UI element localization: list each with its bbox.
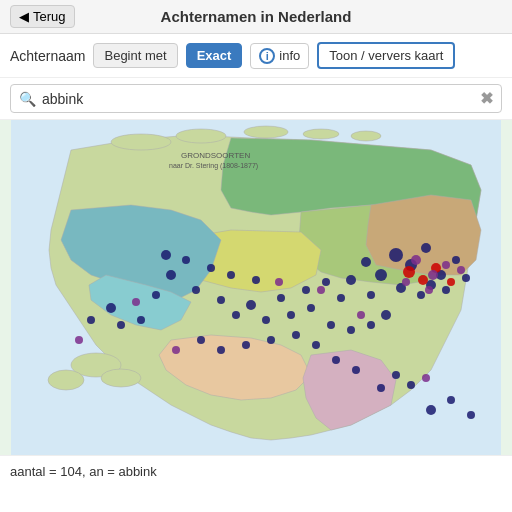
search-icon: 🔍	[19, 91, 36, 107]
svg-point-50	[347, 326, 355, 334]
svg-point-71	[337, 294, 345, 302]
svg-point-51	[367, 321, 375, 329]
svg-point-35	[166, 270, 176, 280]
svg-point-75	[227, 271, 235, 279]
svg-point-15	[361, 257, 371, 267]
svg-point-25	[403, 266, 415, 278]
svg-point-76	[252, 276, 260, 284]
svg-point-20	[462, 274, 470, 282]
svg-point-4	[303, 129, 339, 139]
svg-point-32	[442, 261, 450, 269]
svg-point-79	[407, 381, 415, 389]
svg-point-69	[467, 411, 475, 419]
begint-met-button[interactable]: Begint met	[93, 43, 177, 68]
header: ◀ Terug Achternamen in Nederland	[0, 0, 512, 34]
info-icon: i	[259, 48, 275, 64]
svg-point-81	[377, 384, 385, 392]
svg-point-7	[48, 370, 84, 390]
info-button[interactable]: i info	[250, 43, 309, 69]
page-title: Achternamen in Nederland	[161, 8, 352, 25]
exact-button[interactable]: Exact	[186, 43, 243, 68]
svg-point-18	[346, 275, 356, 285]
svg-point-55	[217, 346, 225, 354]
svg-point-72	[161, 250, 171, 260]
svg-point-1	[111, 134, 171, 150]
svg-point-5	[351, 131, 381, 141]
svg-point-46	[152, 291, 160, 299]
svg-point-41	[322, 278, 330, 286]
svg-point-34	[457, 266, 465, 274]
svg-text:naar Dr. Stering (1808-1877): naar Dr. Stering (1808-1877)	[169, 162, 258, 170]
svg-point-66	[75, 336, 83, 344]
svg-point-43	[262, 316, 270, 324]
status-bar: aantal = 104, an = abbink	[0, 455, 512, 487]
svg-point-64	[117, 321, 125, 329]
clear-icon[interactable]: ✖	[480, 89, 493, 108]
svg-point-74	[207, 264, 215, 272]
svg-point-77	[275, 278, 283, 286]
svg-point-73	[182, 256, 190, 264]
svg-point-33	[425, 286, 433, 294]
svg-point-44	[287, 311, 295, 319]
status-text: aantal = 104, an = abbink	[10, 464, 157, 479]
search-input[interactable]	[42, 91, 474, 107]
svg-point-14	[375, 269, 387, 281]
search-row: 🔍 ✖	[0, 78, 512, 120]
controls-row: Achternaam Begint met Exact i info Toon …	[0, 34, 512, 78]
svg-point-56	[242, 341, 250, 349]
svg-point-62	[352, 366, 360, 374]
svg-point-78	[392, 371, 400, 379]
netherlands-map: GRONDSOORTEN naar Dr. Stering (1808-1877…	[0, 120, 512, 455]
field-label: Achternaam	[10, 48, 85, 64]
svg-point-22	[417, 291, 425, 299]
svg-point-68	[447, 396, 455, 404]
svg-point-47	[132, 298, 140, 306]
svg-point-30	[428, 270, 438, 280]
map-container: GRONDSOORTEN naar Dr. Stering (1808-1877…	[0, 120, 512, 455]
svg-point-23	[442, 286, 450, 294]
svg-point-54	[197, 336, 205, 344]
svg-point-80	[422, 374, 430, 382]
svg-point-38	[246, 300, 256, 310]
back-arrow-icon: ◀	[19, 9, 29, 24]
search-box: 🔍 ✖	[10, 84, 502, 113]
svg-point-17	[452, 256, 460, 264]
svg-point-59	[312, 341, 320, 349]
svg-point-42	[232, 311, 240, 319]
svg-point-2	[176, 129, 226, 143]
svg-text:GRONDSOORTEN: GRONDSOORTEN	[181, 151, 250, 160]
svg-point-57	[267, 336, 275, 344]
svg-point-37	[217, 296, 225, 304]
svg-point-45	[307, 304, 315, 312]
svg-point-8	[101, 369, 141, 387]
svg-point-28	[447, 278, 455, 286]
svg-point-40	[302, 286, 310, 294]
svg-point-49	[327, 321, 335, 329]
svg-point-13	[421, 243, 431, 253]
back-button[interactable]: ◀ Terug	[10, 5, 75, 28]
svg-point-53	[357, 311, 365, 319]
svg-point-61	[332, 356, 340, 364]
svg-point-63	[87, 316, 95, 324]
toon-ververs-button[interactable]: Toon / ververs kaart	[317, 42, 455, 69]
svg-point-24	[367, 291, 375, 299]
svg-point-48	[106, 303, 116, 313]
svg-point-11	[389, 248, 403, 262]
svg-point-67	[426, 405, 436, 415]
svg-point-58	[292, 331, 300, 339]
svg-point-36	[192, 286, 200, 294]
svg-point-52	[381, 310, 391, 320]
svg-point-27	[418, 275, 428, 285]
svg-point-29	[411, 255, 421, 265]
svg-point-3	[244, 126, 288, 138]
svg-point-65	[137, 316, 145, 324]
svg-point-70	[317, 286, 325, 294]
svg-point-39	[277, 294, 285, 302]
svg-point-60	[172, 346, 180, 354]
svg-point-31	[402, 278, 410, 286]
info-label: info	[279, 48, 300, 63]
back-label: Terug	[33, 9, 66, 24]
